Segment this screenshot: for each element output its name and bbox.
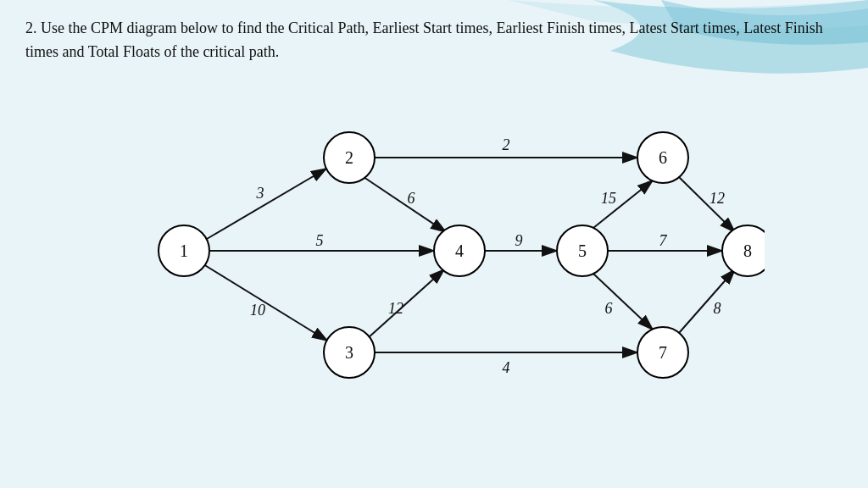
cpm-diagram: 3 5 10 2 6 12 4 9 15 bbox=[103, 73, 765, 386]
node-1-label: 1 bbox=[180, 241, 188, 260]
question-body: Use the CPM diagram below to find the Cr… bbox=[25, 19, 823, 60]
node-7-label: 7 bbox=[659, 343, 667, 362]
node-3-label: 3 bbox=[345, 343, 353, 362]
edge-label-3-7: 4 bbox=[503, 359, 510, 376]
edge-1-3 bbox=[203, 264, 327, 341]
edge-label-2-4: 6 bbox=[408, 190, 415, 207]
page-content: 2. Use the CPM diagram below to find the… bbox=[0, 0, 868, 395]
edge-label-3-4: 12 bbox=[388, 300, 403, 317]
edge-6-8 bbox=[679, 177, 735, 232]
edge-label-1-3: 10 bbox=[250, 302, 265, 319]
node-6-label: 6 bbox=[659, 148, 667, 167]
edge-7-8 bbox=[679, 269, 735, 333]
edge-label-5-7: 6 bbox=[605, 300, 613, 317]
edge-label-2-6: 2 bbox=[503, 136, 510, 153]
question-text: 2. Use the CPM diagram below to find the… bbox=[25, 17, 831, 64]
edge-label-1-2: 3 bbox=[256, 185, 264, 202]
question-number: 2. bbox=[25, 19, 37, 36]
edge-label-6-8: 12 bbox=[709, 190, 725, 207]
edge-5-7 bbox=[593, 274, 653, 330]
diagram-svg: 3 5 10 2 6 12 4 9 15 bbox=[103, 73, 765, 386]
edge-3-4 bbox=[368, 269, 444, 338]
node-8-label: 8 bbox=[743, 241, 752, 260]
node-4-label: 4 bbox=[455, 241, 464, 260]
edge-2-4 bbox=[364, 177, 446, 232]
edge-1-2 bbox=[207, 169, 326, 239]
edge-label-5-6: 15 bbox=[601, 190, 616, 207]
edge-label-1-4: 5 bbox=[316, 232, 324, 249]
node-5-label: 5 bbox=[578, 241, 587, 260]
edge-label-5-8: 7 bbox=[659, 232, 668, 249]
node-2-label: 2 bbox=[345, 148, 353, 167]
edge-label-7-8: 8 bbox=[714, 300, 721, 317]
edge-label-4-5: 9 bbox=[515, 232, 523, 249]
